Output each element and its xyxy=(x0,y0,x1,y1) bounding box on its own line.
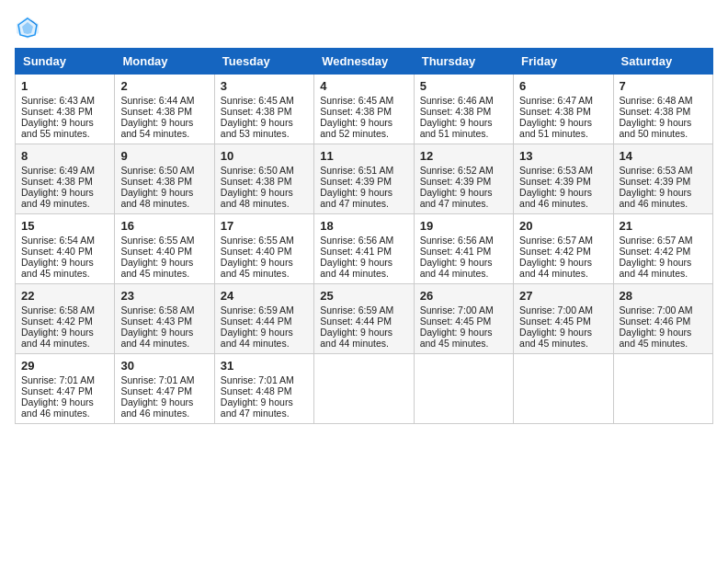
sunrise: Sunrise: 7:00 AM xyxy=(420,304,494,316)
calendar-cell: 2 Sunrise: 6:44 AM Sunset: 4:38 PM Dayli… xyxy=(115,75,214,144)
sunset: Sunset: 4:41 PM xyxy=(320,246,392,257)
sunrise: Sunrise: 7:01 AM xyxy=(221,374,294,385)
sunset: Sunset: 4:42 PM xyxy=(620,246,691,257)
calendar-header-thursday: Thursday xyxy=(414,49,513,75)
calendar-cell: 14 Sunrise: 6:53 AM Sunset: 4:39 PM Dayl… xyxy=(613,144,712,214)
sunrise: Sunrise: 7:00 AM xyxy=(620,304,693,316)
daylight: Daylight: 9 hours and 44 minutes. xyxy=(320,327,392,349)
calendar-cell: 11 Sunrise: 6:51 AM Sunset: 4:39 PM Dayl… xyxy=(314,144,414,214)
sunrise: Sunrise: 6:54 AM xyxy=(21,235,95,246)
calendar-week-row: 15 Sunrise: 6:54 AM Sunset: 4:40 PM Dayl… xyxy=(16,214,713,284)
day-number: 7 xyxy=(620,79,707,93)
sunset: Sunset: 4:44 PM xyxy=(221,316,292,327)
day-number: 24 xyxy=(221,289,308,303)
calendar-week-row: 1 Sunrise: 6:43 AM Sunset: 4:38 PM Dayli… xyxy=(16,75,713,144)
sunset: Sunset: 4:38 PM xyxy=(21,176,93,187)
sunrise: Sunrise: 6:48 AM xyxy=(620,95,693,106)
calendar-cell: 16 Sunrise: 6:55 AM Sunset: 4:40 PM Dayl… xyxy=(115,214,214,284)
day-number: 1 xyxy=(21,79,108,93)
sunrise: Sunrise: 6:59 AM xyxy=(320,304,393,316)
sunset: Sunset: 4:39 PM xyxy=(420,176,492,187)
sunset: Sunset: 4:38 PM xyxy=(221,106,292,117)
calendar-cell xyxy=(414,354,513,424)
day-number: 18 xyxy=(320,219,407,233)
calendar-cell: 28 Sunrise: 7:00 AM Sunset: 4:46 PM Dayl… xyxy=(613,284,712,354)
sunrise: Sunrise: 6:44 AM xyxy=(120,95,194,106)
sunrise: Sunrise: 6:56 AM xyxy=(420,235,494,246)
daylight: Daylight: 9 hours and 44 minutes. xyxy=(21,327,94,349)
calendar-cell: 9 Sunrise: 6:50 AM Sunset: 4:38 PM Dayli… xyxy=(115,144,214,214)
daylight: Daylight: 9 hours and 45 minutes. xyxy=(620,327,692,349)
day-number: 21 xyxy=(620,219,707,233)
sunset: Sunset: 4:40 PM xyxy=(221,246,292,257)
day-number: 13 xyxy=(519,149,607,163)
daylight: Daylight: 9 hours and 48 minutes. xyxy=(120,187,193,209)
calendar-week-row: 22 Sunrise: 6:58 AM Sunset: 4:42 PM Dayl… xyxy=(16,284,713,354)
daylight: Daylight: 9 hours and 44 minutes. xyxy=(120,327,193,349)
day-number: 6 xyxy=(519,79,607,93)
sunrise: Sunrise: 6:46 AM xyxy=(420,95,494,106)
daylight: Daylight: 9 hours and 44 minutes. xyxy=(320,257,392,279)
sunset: Sunset: 4:39 PM xyxy=(320,176,392,187)
calendar-header-monday: Monday xyxy=(115,49,214,75)
sunrise: Sunrise: 6:45 AM xyxy=(221,95,294,106)
daylight: Daylight: 9 hours and 45 minutes. xyxy=(420,327,493,349)
calendar-cell: 1 Sunrise: 6:43 AM Sunset: 4:38 PM Dayli… xyxy=(16,75,115,144)
day-number: 20 xyxy=(519,219,607,233)
day-number: 4 xyxy=(320,79,407,93)
daylight: Daylight: 9 hours and 44 minutes. xyxy=(519,257,592,279)
daylight: Daylight: 9 hours and 46 minutes. xyxy=(21,396,94,419)
calendar-cell: 10 Sunrise: 6:50 AM Sunset: 4:38 PM Dayl… xyxy=(214,144,313,214)
calendar-cell: 4 Sunrise: 6:45 AM Sunset: 4:38 PM Dayli… xyxy=(314,75,414,144)
sunrise: Sunrise: 6:50 AM xyxy=(221,165,294,176)
daylight: Daylight: 9 hours and 46 minutes. xyxy=(620,187,692,209)
sunset: Sunset: 4:44 PM xyxy=(320,316,392,327)
calendar-week-row: 8 Sunrise: 6:49 AM Sunset: 4:38 PM Dayli… xyxy=(16,144,713,214)
sunrise: Sunrise: 6:55 AM xyxy=(221,235,294,246)
sunset: Sunset: 4:38 PM xyxy=(320,106,392,117)
calendar-cell: 13 Sunrise: 6:53 AM Sunset: 4:39 PM Dayl… xyxy=(514,144,613,214)
daylight: Daylight: 9 hours and 51 minutes. xyxy=(420,117,493,139)
day-number: 10 xyxy=(221,149,308,163)
calendar-cell: 15 Sunrise: 6:54 AM Sunset: 4:40 PM Dayl… xyxy=(16,214,115,284)
daylight: Daylight: 9 hours and 45 minutes. xyxy=(120,257,193,279)
sunrise: Sunrise: 6:43 AM xyxy=(21,95,95,106)
calendar-table: SundayMondayTuesdayWednesdayThursdayFrid… xyxy=(15,48,713,424)
calendar-cell: 5 Sunrise: 6:46 AM Sunset: 4:38 PM Dayli… xyxy=(414,75,513,144)
sunset: Sunset: 4:40 PM xyxy=(120,246,192,257)
sunrise: Sunrise: 6:53 AM xyxy=(519,165,593,176)
day-number: 9 xyxy=(120,149,208,163)
day-number: 28 xyxy=(620,289,707,303)
day-number: 19 xyxy=(420,219,507,233)
sunset: Sunset: 4:38 PM xyxy=(420,106,492,117)
sunrise: Sunrise: 6:47 AM xyxy=(519,95,593,106)
calendar-header-friday: Friday xyxy=(514,49,613,75)
calendar-cell xyxy=(613,354,712,424)
sunrise: Sunrise: 6:58 AM xyxy=(21,304,95,316)
daylight: Daylight: 9 hours and 46 minutes. xyxy=(519,187,592,209)
sunset: Sunset: 4:40 PM xyxy=(21,246,93,257)
sunset: Sunset: 4:42 PM xyxy=(21,316,93,327)
calendar-cell: 19 Sunrise: 6:56 AM Sunset: 4:41 PM Dayl… xyxy=(414,214,513,284)
sunset: Sunset: 4:47 PM xyxy=(21,385,93,396)
calendar-cell: 12 Sunrise: 6:52 AM Sunset: 4:39 PM Dayl… xyxy=(414,144,513,214)
sunset: Sunset: 4:38 PM xyxy=(620,106,691,117)
sunset: Sunset: 4:45 PM xyxy=(519,316,591,327)
calendar-cell: 20 Sunrise: 6:57 AM Sunset: 4:42 PM Dayl… xyxy=(514,214,613,284)
day-number: 23 xyxy=(120,289,208,303)
sunset: Sunset: 4:38 PM xyxy=(21,106,93,117)
sunset: Sunset: 4:46 PM xyxy=(620,316,691,327)
sunrise: Sunrise: 6:59 AM xyxy=(221,304,294,316)
sunset: Sunset: 4:38 PM xyxy=(519,106,591,117)
calendar-cell: 27 Sunrise: 7:00 AM Sunset: 4:45 PM Dayl… xyxy=(514,284,613,354)
daylight: Daylight: 9 hours and 52 minutes. xyxy=(320,117,392,139)
logo xyxy=(15,15,44,40)
sunrise: Sunrise: 7:01 AM xyxy=(120,374,194,385)
daylight: Daylight: 9 hours and 46 minutes. xyxy=(120,396,193,419)
day-number: 12 xyxy=(420,149,507,163)
daylight: Daylight: 9 hours and 51 minutes. xyxy=(519,117,592,139)
calendar-cell: 6 Sunrise: 6:47 AM Sunset: 4:38 PM Dayli… xyxy=(514,75,613,144)
sunrise: Sunrise: 7:01 AM xyxy=(21,374,95,385)
calendar-cell: 25 Sunrise: 6:59 AM Sunset: 4:44 PM Dayl… xyxy=(314,284,414,354)
day-number: 30 xyxy=(120,359,208,373)
